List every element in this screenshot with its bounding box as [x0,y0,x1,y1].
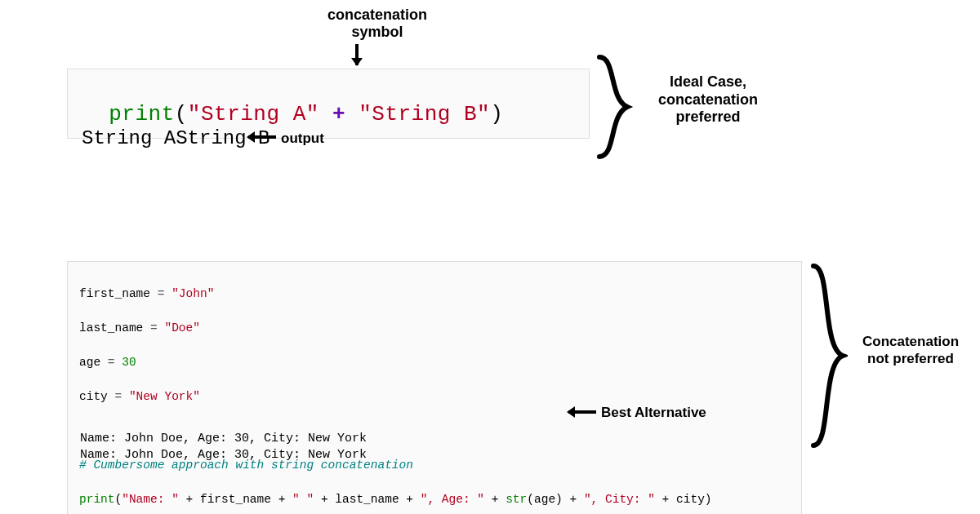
open-paren: ( [175,102,188,126]
concat-symbol-arrow [355,44,359,65]
paren: ( [527,493,534,506]
output-arrow [248,135,276,139]
var: age [534,493,555,506]
str: "Name: " [122,493,179,506]
not-preferred-label: Concatenationnot preferred [849,333,972,368]
best-alternative-arrow [568,410,596,414]
eq: = [108,390,129,403]
code-block-fstring-example: first_name = "John" last_name = "Doe" ag… [67,261,802,514]
output-label: output [281,131,324,147]
eq: = [100,356,122,369]
plus: + [179,493,200,506]
plus: + [314,493,335,506]
var: last_name [335,493,399,506]
plus: + [399,493,421,506]
brace-ideal-case [593,54,634,160]
print-call: print [109,102,175,126]
val: "John" [172,287,214,300]
best-alternative-label: Best Alternative [601,405,706,421]
output-text-1: String AString B [82,127,270,149]
plus: + [271,493,292,506]
string-a: "String A" [188,102,319,126]
output-text-2: Name: John Doe, Age: 30, City: New York … [80,431,367,464]
plus: + [563,493,584,506]
plus: + [655,493,676,506]
str: ", Age: " [421,493,484,506]
str-func: str [506,493,527,506]
paren: ) [555,493,563,506]
var-age: age [79,356,100,369]
var-last-name: last_name [79,321,143,335]
var-first-name: first_name [79,287,150,300]
plus-operator: + [319,102,359,126]
val: "New York" [129,390,200,403]
output-line: Name: John Doe, Age: 30, City: New York [80,448,367,462]
ideal-case-label: Ideal Case,concatenationpreferred [639,73,777,126]
brace-not-preferred [807,261,848,450]
eq: = [143,321,164,335]
string-b: "String B" [359,102,490,126]
str: ", City: " [584,493,655,506]
var: first_name [200,493,271,506]
eq: = [150,287,172,300]
paren: ) [705,493,712,506]
val: 30 [122,356,136,369]
paren: ( [115,493,122,506]
val: "Doe" [164,321,200,335]
output-line: Name: John Doe, Age: 30, City: New York [80,432,367,445]
concat-symbol-label: concatenationsymbol [292,7,463,40]
var-city: city [79,390,108,403]
var: city [676,493,705,506]
plus: + [484,493,506,506]
print-call: print [79,493,115,506]
str: " " [292,493,314,506]
close-paren: ) [490,102,503,126]
